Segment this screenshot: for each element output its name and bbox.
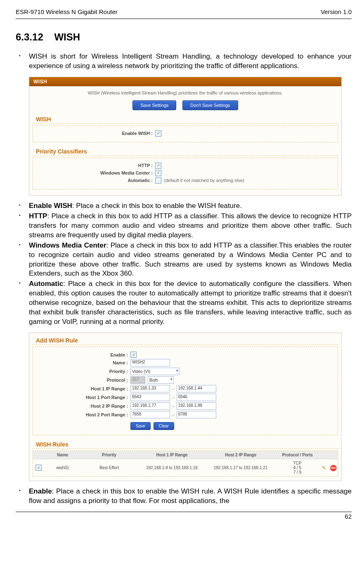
h2ip-label: Host 2 IP Range :: [33, 404, 130, 409]
h1ip-from-input[interactable]: 192.168.1.33: [130, 385, 170, 392]
bullet-title: Windows Media Center: [29, 241, 106, 249]
h2pr-from-input[interactable]: 7658: [130, 411, 170, 418]
h1pr-to-input[interactable]: 6546: [177, 394, 216, 401]
name-label: Name :: [33, 360, 130, 365]
th-name: Name: [45, 451, 81, 459]
protocol-select[interactable]: Both: [148, 376, 174, 384]
intro-bullet: WISH is short for Wireless Intelligent S…: [16, 52, 352, 71]
priority-classifiers-subhead: Priority Classifiers: [32, 146, 339, 156]
bullet-desc: : Place a check in this box to enable th…: [29, 487, 352, 505]
row-host1: 192.168.1.8 to 192.168.1.16: [137, 464, 206, 472]
bullet-title: Enable WISH: [29, 202, 72, 210]
th-priority: Priority: [81, 451, 137, 459]
h2ip-to-input[interactable]: 192.168.1.88: [177, 402, 216, 410]
bullet-http: HTTP: Place a check in this box to add H…: [16, 212, 352, 240]
wish-panel-screenshot: WISH WISH (Wireless Intelligent Stream H…: [29, 77, 342, 196]
bullet-desc: : Place a check in this box for the devi…: [29, 280, 352, 326]
h1ip-to-input[interactable]: 192.168.1.44: [177, 385, 216, 392]
automatic-checkbox[interactable]: [155, 177, 161, 184]
table-header: Name Priority Host 1 IP Range Host 2 IP …: [33, 451, 338, 459]
add-wish-rule-subhead: Add WISH Rule: [32, 335, 339, 345]
automatic-note: (default if not matched by anything else…: [164, 178, 244, 183]
name-input[interactable]: WISH2: [130, 359, 170, 366]
bullet-desc: : Place a check in this box to add HTTP …: [29, 212, 352, 239]
wish-rules-subhead: WISH Rules: [32, 439, 339, 449]
h1pr-from-input[interactable]: 6543: [130, 394, 170, 401]
footer-divider: [16, 512, 352, 512]
http-checkbox[interactable]: [155, 163, 161, 169]
delete-icon[interactable]: ⛔: [330, 465, 337, 471]
enable-label: Enable :: [33, 352, 130, 357]
priority-select[interactable]: Video (VI): [130, 368, 180, 375]
protocol-number-input: 257: [130, 376, 145, 384]
bullet-automatic: Automatic: Place a check in this box for…: [16, 279, 352, 327]
dash: -: [170, 386, 177, 391]
wish-rules-table: Name Priority Host 1 IP Range Host 2 IP …: [33, 451, 338, 477]
dash: -: [170, 404, 177, 409]
clear-button[interactable]: Clear: [154, 422, 174, 430]
section-number: 6.3.12: [16, 31, 43, 43]
table-row: wish01 Best Effort 192.168.1.8 to 192.16…: [33, 459, 338, 476]
priority-label: Priority :: [33, 369, 130, 374]
row-name: wish01: [45, 464, 81, 472]
bullet-title: HTTP: [29, 212, 47, 220]
save-settings-button[interactable]: Save Settings: [132, 100, 176, 110]
row-priority: Best Effort: [81, 464, 137, 472]
bullet-title: Automatic: [29, 280, 63, 288]
page-number: 62: [16, 513, 352, 520]
th-host1: Host 1 IP Range: [137, 451, 206, 459]
h2ip-from-input[interactable]: 192.168.1.77: [130, 402, 170, 410]
h2pr-label: Host 2 Port Range :: [33, 412, 130, 417]
row-protocol: TCP 4 / 5 7 / 9: [275, 459, 319, 476]
header-left: ESR-9710 Wireless N Gigabit Router: [16, 8, 118, 15]
automatic-label: Automatic :: [33, 178, 155, 183]
dont-save-settings-button[interactable]: Don't Save Settings: [182, 100, 238, 110]
protocol-label: Protocol :: [33, 378, 130, 383]
dash: -: [170, 412, 177, 417]
h1ip-label: Host 1 IP Range :: [33, 386, 130, 391]
wish-fieldset: Enable WISH :: [33, 125, 338, 142]
panel-description: WISH (Wireless Intelligent Stream Handli…: [29, 86, 341, 99]
row-host2: 192.168.1.17 to 192.168.1.21: [206, 464, 275, 472]
section-heading: 6.3.12 WISH: [16, 31, 352, 43]
enable-wish-checkbox[interactable]: [155, 130, 161, 137]
priority-classifiers-fieldset: HTTP : Windows Media Center : Automatic …: [33, 158, 338, 189]
bullet-enable-rule: Enable: Place a check in this box to ena…: [16, 487, 352, 506]
h1pr-label: Host 1 Port Range :: [33, 395, 130, 400]
header-right: Version 1.0: [321, 8, 352, 15]
bullet-title: Enable: [29, 487, 52, 495]
add-wish-rule-screenshot: Add WISH Rule Enable : Name :WISH2 Prior…: [29, 333, 342, 481]
th-host2: Host 2 IP Range: [206, 451, 275, 459]
wmc-label: Windows Media Center :: [33, 170, 155, 175]
header-divider: [16, 19, 352, 19]
edit-icon[interactable]: ✎: [322, 465, 326, 471]
th-protocol: Protocol / Ports: [275, 451, 320, 459]
h2pr-to-input[interactable]: 8786: [177, 411, 216, 418]
dash: -: [170, 395, 177, 400]
wmc-checkbox[interactable]: [155, 170, 161, 176]
rule-enable-checkbox[interactable]: [130, 352, 137, 358]
enable-wish-label: Enable WISH :: [33, 131, 155, 136]
wish-subhead: WISH: [32, 114, 339, 124]
panel-title: WISH: [29, 77, 341, 86]
bullet-wmc: Windows Media Center: Place a check in t…: [16, 241, 352, 279]
bullet-enable-wish: Enable WISH: Place a check in this box t…: [16, 201, 352, 211]
row-checkbox[interactable]: [35, 465, 42, 471]
bullet-desc: : Place a check in this box to enable th…: [72, 202, 242, 210]
save-button[interactable]: Save: [130, 422, 151, 430]
add-rule-fieldset: Enable : Name :WISH2 Priority :Video (VI…: [33, 347, 338, 435]
http-label: HTTP :: [33, 163, 155, 168]
section-name: WISH: [54, 31, 80, 43]
